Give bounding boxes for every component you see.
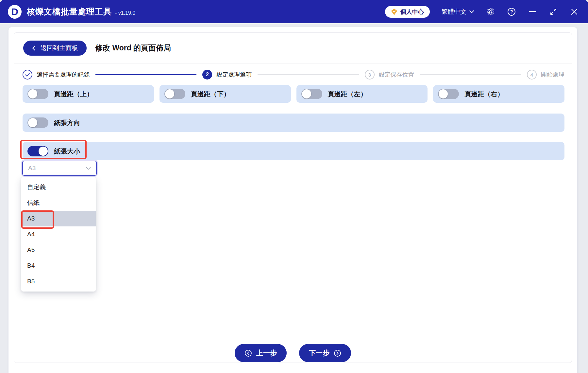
step-1-label: 選擇需要處理的記錄 [37, 71, 90, 79]
chevron-down-icon [469, 10, 474, 13]
step-2-number: 2 [202, 70, 212, 80]
app-logo: D [8, 5, 22, 19]
inner-panel: 返回到主面板 修改 Word 的頁面佈局 選擇需要處理的記錄 [14, 32, 572, 363]
select-chevron-down-icon [86, 167, 91, 170]
step-connector-2 [258, 74, 359, 75]
titlebar-actions: 個人中心 繁體中文 ? [385, 6, 579, 18]
option-row-margin-bottom: 頁邊距（下） [160, 85, 291, 103]
content-area: 選擇需要處理的記錄 2 設定處理選項 3 設定保存位置 4 [14, 63, 572, 160]
margin-options-grid: 頁邊距（上） 頁邊距（下） 頁邊距（左） 頁邊距（右） [23, 85, 564, 103]
margin-left-toggle[interactable] [301, 89, 322, 99]
step-4-label: 開始處理 [541, 71, 564, 79]
app-version: - v1.19.0 [115, 10, 135, 16]
step-3: 3 設定保存位置 [365, 70, 414, 80]
next-step-label: 下一步 [309, 348, 329, 358]
back-button-label: 返回到主面板 [41, 44, 78, 52]
maximize-button[interactable] [549, 7, 558, 16]
step-4-number: 4 [527, 70, 537, 80]
previous-step-button[interactable]: 上一步 [235, 344, 287, 362]
language-label: 繁體中文 [442, 8, 466, 16]
margin-bottom-toggle[interactable] [164, 89, 185, 99]
previous-step-label: 上一步 [256, 348, 277, 358]
personal-center-button[interactable]: 個人中心 [385, 6, 430, 18]
paper-size-select-value: A3 [28, 165, 86, 172]
dropdown-option-a5[interactable]: A5 [21, 242, 96, 258]
titlebar: D 核爍文檔批量處理工具 - v1.19.0 個人中心 繁體中文 [0, 0, 588, 23]
margin-right-label: 頁邊距（右） [464, 90, 504, 98]
minimize-button[interactable] [528, 7, 537, 16]
circle-chevron-left-icon [244, 349, 252, 357]
paper-size-dropdown: 自定義 信紙 A3 A4 A5 B4 B5 [21, 177, 96, 292]
option-row-margin-left: 頁邊距（左） [296, 85, 428, 103]
paper-size-toggle[interactable] [27, 146, 48, 156]
option-row-margin-right: 頁邊距（右） [433, 85, 564, 103]
margin-bottom-label: 頁邊距（下） [191, 90, 230, 98]
paper-size-select[interactable]: A3 [22, 161, 97, 176]
help-icon[interactable]: ? [507, 7, 516, 16]
close-button[interactable] [570, 7, 579, 16]
language-selector[interactable]: 繁體中文 [442, 8, 474, 16]
option-row-orientation: 紙張方向 [23, 114, 564, 132]
step-1: 選擇需要處理的記錄 [23, 70, 90, 80]
settings-gear-icon[interactable] [486, 7, 495, 16]
page-header: 返回到主面板 修改 Word 的頁面佈局 [14, 33, 572, 63]
chevron-left-icon [32, 45, 36, 51]
orientation-label: 紙張方向 [54, 118, 80, 127]
step-connector-1 [95, 74, 196, 75]
dropdown-option-a3[interactable]: A3 [21, 211, 96, 226]
dropdown-option-letter[interactable]: 信紙 [21, 195, 96, 211]
step-1-check-icon [23, 70, 32, 80]
app-window: D 核爍文檔批量處理工具 - v1.19.0 個人中心 繁體中文 [0, 0, 588, 373]
step-connector-3 [420, 74, 521, 75]
margin-top-label: 頁邊距（上） [54, 90, 93, 98]
orientation-toggle[interactable] [27, 117, 48, 128]
back-to-dashboard-button[interactable]: 返回到主面板 [23, 41, 87, 56]
personal-center-label: 個人中心 [400, 8, 424, 16]
option-row-paper-size: 紙張大小 [23, 142, 564, 160]
step-indicator: 選擇需要處理的記錄 2 設定處理選項 3 設定保存位置 4 [23, 70, 564, 80]
next-step-button[interactable]: 下一步 [299, 344, 351, 362]
app-title: 核爍文檔批量處理工具 [27, 6, 112, 17]
help-glyph: ? [510, 9, 513, 14]
step-3-label: 設定保存位置 [379, 71, 414, 79]
circle-chevron-right-icon [334, 349, 341, 357]
dropdown-option-b5[interactable]: B5 [21, 274, 96, 289]
margin-left-label: 頁邊距（左） [328, 90, 367, 98]
margin-top-toggle[interactable] [27, 89, 48, 99]
footer-nav: 上一步 下一步 [14, 344, 572, 362]
dropdown-option-custom[interactable]: 自定義 [21, 179, 96, 195]
paper-size-label: 紙張大小 [54, 147, 80, 156]
dropdown-option-a4[interactable]: A4 [21, 226, 96, 242]
page-title: 修改 Word 的頁面佈局 [95, 43, 171, 53]
step-2: 2 設定處理選項 [202, 70, 252, 80]
dropdown-option-b4[interactable]: B4 [21, 258, 96, 274]
option-row-margin-top: 頁邊距（上） [23, 85, 154, 103]
step-2-label: 設定處理選項 [216, 71, 252, 79]
margin-right-toggle[interactable] [438, 89, 459, 99]
gem-icon [391, 9, 397, 15]
step-3-number: 3 [365, 70, 375, 80]
step-4: 4 開始處理 [527, 70, 564, 80]
logo-letter: D [11, 6, 18, 17]
main-card: 返回到主面板 修改 Word 的頁面佈局 選擇需要處理的記錄 [8, 27, 577, 373]
